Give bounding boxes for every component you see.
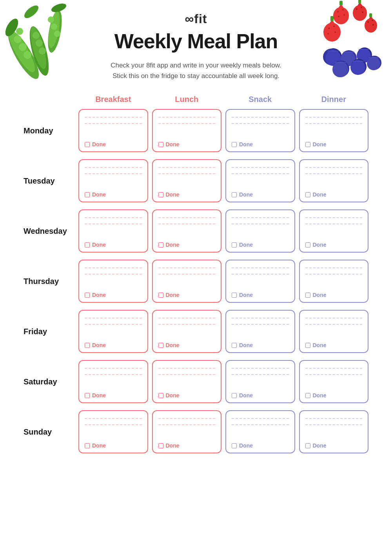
done-row[interactable]: Done bbox=[305, 289, 363, 298]
done-checkbox[interactable] bbox=[158, 443, 163, 448]
done-checkbox[interactable] bbox=[158, 393, 163, 398]
done-checkbox[interactable] bbox=[158, 242, 163, 247]
done-checkbox[interactable] bbox=[232, 443, 237, 448]
dash-line-2 bbox=[305, 224, 363, 224]
done-checkbox[interactable] bbox=[232, 393, 237, 398]
dash-line-1 bbox=[232, 267, 289, 268]
dash-line-1 bbox=[158, 167, 216, 168]
done-row[interactable]: Done bbox=[158, 390, 216, 399]
done-checkbox[interactable] bbox=[85, 343, 90, 348]
done-row[interactable]: Done bbox=[158, 440, 216, 449]
meal-cell-monday-dinner[interactable]: Done bbox=[299, 109, 369, 152]
done-label: Done bbox=[92, 392, 106, 399]
meal-cell-tuesday-lunch[interactable]: Done bbox=[152, 159, 222, 202]
done-checkbox[interactable] bbox=[232, 293, 237, 298]
done-row[interactable]: Done bbox=[232, 390, 289, 399]
done-checkbox[interactable] bbox=[232, 192, 237, 197]
done-checkbox[interactable] bbox=[158, 293, 163, 298]
done-row[interactable]: Done bbox=[232, 239, 289, 248]
meal-cell-thursday-breakfast[interactable]: Done bbox=[78, 260, 148, 303]
dash-line-2 bbox=[158, 123, 216, 124]
meal-cell-wednesday-breakfast[interactable]: Done bbox=[78, 209, 148, 253]
done-checkbox[interactable] bbox=[158, 343, 163, 348]
meal-cell-thursday-lunch[interactable]: Done bbox=[152, 260, 222, 303]
done-label: Done bbox=[92, 141, 106, 147]
meal-cell-sunday-snack[interactable]: Done bbox=[225, 410, 295, 453]
meal-cell-friday-breakfast[interactable]: Done bbox=[78, 310, 148, 353]
done-row[interactable]: Done bbox=[305, 189, 363, 198]
done-checkbox[interactable] bbox=[85, 192, 90, 197]
done-checkbox[interactable] bbox=[305, 443, 310, 448]
done-row[interactable]: Done bbox=[158, 239, 216, 248]
done-checkbox[interactable] bbox=[305, 192, 310, 197]
meal-cell-monday-snack[interactable]: Done bbox=[225, 109, 295, 152]
meal-cell-saturday-lunch[interactable]: Done bbox=[152, 360, 222, 403]
done-checkbox[interactable] bbox=[158, 192, 163, 197]
meal-cell-friday-lunch[interactable]: Done bbox=[152, 310, 222, 353]
done-row[interactable]: Done bbox=[85, 340, 142, 348]
done-row[interactable]: Done bbox=[232, 139, 289, 147]
meal-cell-thursday-snack[interactable]: Done bbox=[225, 260, 295, 303]
done-checkbox[interactable] bbox=[85, 293, 90, 298]
meal-cell-thursday-dinner[interactable]: Done bbox=[299, 260, 369, 303]
done-checkbox[interactable] bbox=[85, 142, 90, 147]
meal-cell-saturday-dinner[interactable]: Done bbox=[299, 360, 369, 403]
done-row[interactable]: Done bbox=[232, 189, 289, 198]
meal-cell-sunday-dinner[interactable]: Done bbox=[299, 410, 369, 453]
done-row[interactable]: Done bbox=[158, 340, 216, 348]
meal-cell-sunday-lunch[interactable]: Done bbox=[152, 410, 222, 453]
meal-cell-sunday-breakfast[interactable]: Done bbox=[78, 410, 148, 453]
done-checkbox[interactable] bbox=[305, 343, 310, 348]
meal-cell-saturday-breakfast[interactable]: Done bbox=[78, 360, 148, 403]
done-row[interactable]: Done bbox=[232, 289, 289, 298]
meal-cell-friday-dinner[interactable]: Done bbox=[299, 310, 369, 353]
dash-line-2 bbox=[305, 123, 363, 124]
meal-cell-tuesday-breakfast[interactable]: Done bbox=[78, 159, 148, 202]
done-row[interactable]: Done bbox=[305, 239, 363, 248]
done-row[interactable]: Done bbox=[85, 239, 142, 248]
meal-cell-monday-breakfast[interactable]: Done bbox=[78, 109, 148, 152]
meal-cell-monday-lunch[interactable]: Done bbox=[152, 109, 222, 152]
done-checkbox[interactable] bbox=[85, 443, 90, 448]
meal-cell-saturday-snack[interactable]: Done bbox=[225, 360, 295, 403]
done-row[interactable]: Done bbox=[158, 289, 216, 298]
done-label: Done bbox=[92, 442, 106, 449]
done-row[interactable]: Done bbox=[305, 390, 363, 399]
meal-cell-tuesday-dinner[interactable]: Done bbox=[299, 159, 369, 202]
dash-line-1 bbox=[85, 167, 142, 168]
day-label-sunday: Sunday bbox=[24, 410, 74, 453]
done-checkbox[interactable] bbox=[232, 242, 237, 247]
dinner-header: Dinner bbox=[299, 93, 369, 106]
done-checkbox[interactable] bbox=[232, 142, 237, 147]
done-label: Done bbox=[166, 342, 180, 348]
done-row[interactable]: Done bbox=[158, 139, 216, 147]
day-row: WednesdayDoneDoneDoneDone bbox=[24, 209, 368, 253]
dash-line-2 bbox=[158, 374, 216, 375]
done-row[interactable]: Done bbox=[85, 189, 142, 198]
meal-cell-friday-snack[interactable]: Done bbox=[225, 310, 295, 353]
done-row[interactable]: Done bbox=[85, 440, 142, 449]
done-row[interactable]: Done bbox=[158, 189, 216, 198]
meal-cell-wednesday-snack[interactable]: Done bbox=[225, 209, 295, 253]
meal-cell-wednesday-lunch[interactable]: Done bbox=[152, 209, 222, 253]
done-row[interactable]: Done bbox=[305, 340, 363, 348]
done-checkbox[interactable] bbox=[305, 242, 310, 247]
done-checkbox[interactable] bbox=[305, 142, 310, 147]
done-checkbox[interactable] bbox=[85, 242, 90, 247]
done-row[interactable]: Done bbox=[85, 139, 142, 147]
done-row[interactable]: Done bbox=[305, 139, 363, 147]
done-checkbox[interactable] bbox=[85, 393, 90, 398]
done-checkbox[interactable] bbox=[158, 142, 163, 147]
done-row[interactable]: Done bbox=[232, 440, 289, 449]
done-checkbox[interactable] bbox=[232, 343, 237, 348]
done-row[interactable]: Done bbox=[85, 390, 142, 399]
meal-cell-tuesday-snack[interactable]: Done bbox=[225, 159, 295, 202]
done-row[interactable]: Done bbox=[232, 340, 289, 348]
done-checkbox[interactable] bbox=[305, 293, 310, 298]
done-row[interactable]: Done bbox=[305, 440, 363, 449]
meal-cell-wednesday-dinner[interactable]: Done bbox=[299, 209, 369, 253]
done-row[interactable]: Done bbox=[85, 289, 142, 298]
dash-line-1 bbox=[305, 167, 363, 168]
done-checkbox[interactable] bbox=[305, 393, 310, 398]
dash-line-1 bbox=[158, 217, 216, 218]
